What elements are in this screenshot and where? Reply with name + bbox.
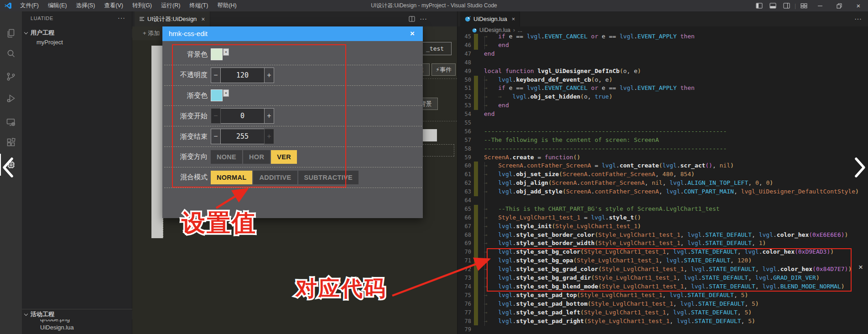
code-line[interactable]: 57--The following is the content of scre…	[457, 136, 868, 145]
code-line[interactable]: 53→end	[457, 101, 868, 110]
next-page-arrow-icon[interactable]	[854, 157, 867, 178]
code-line[interactable]: 69→lvgl.style_set_border_width(Style_Lvg…	[457, 239, 868, 248]
code-line[interactable]: 72→lvgl.style_set_bg_grad_color(Style_Lv…	[457, 265, 868, 274]
tab-uidesign-lua[interactable]: UiDesign.lua ×	[460, 11, 520, 26]
grad-start-value[interactable]: 0	[221, 108, 264, 124]
grad-end-plus-button[interactable]: +	[264, 129, 274, 144]
code-line[interactable]: 54end	[457, 110, 868, 119]
code-line[interactable]: 60→ScreenA.contFather_ScreenA = lvgl.con…	[457, 162, 868, 170]
grad-color-clear-button[interactable]: ×	[223, 89, 229, 97]
breadcrumb[interactable]: UiDesign.lua › ...	[457, 26, 868, 34]
add-widget-button[interactable]: + 添加	[143, 29, 160, 37]
code-line[interactable]: 73→lvgl.style_set_bg_grad_dir(Style_Lvgl…	[457, 274, 868, 282]
explorer-icon[interactable]	[0, 23, 22, 43]
code-line[interactable]: 67→lvgl.style_init(Style_LvglChart1_test…	[457, 222, 868, 231]
code-line[interactable]: 59ScreenA.create = function()	[457, 153, 868, 162]
opacity-plus-button[interactable]: +	[264, 68, 274, 83]
grad-end-value[interactable]: 255	[221, 129, 264, 144]
tab-ui-designer[interactable]: UI设计器:UiDesign ×	[135, 11, 210, 26]
menu-item-1[interactable]: 编辑(E)	[43, 0, 72, 11]
code-line[interactable]: 56--------------------------------------…	[457, 127, 868, 136]
tree-item-myproject[interactable]: myProject	[22, 39, 132, 47]
sidebar-more-actions-icon[interactable]: ···	[118, 14, 125, 21]
code-viewport[interactable]: 45→if e == lvgl.EVENT_CANCEL or e == lvg…	[457, 34, 868, 334]
line-number: 48	[457, 58, 471, 67]
code-line[interactable]: 75→lvgl.style_set_pad_top(Style_LvglChar…	[457, 291, 868, 300]
breadcrumb-symbol[interactable]: ...	[518, 27, 522, 33]
menu-item-7[interactable]: 帮助(H)	[213, 0, 241, 11]
code-line[interactable]: 50→lvgl.keyboard_def_event_cb(o, e)	[457, 76, 868, 84]
section-active-project[interactable]: 活动工程	[22, 310, 132, 319]
code-line[interactable]: 52→→lvgl.obj_set_hidden(o, true)	[457, 93, 868, 101]
customize-layout-icon[interactable]	[797, 0, 811, 11]
menu-item-2[interactable]: 选择(S)	[72, 0, 100, 11]
tab-close-icon[interactable]: ×	[512, 16, 515, 22]
restore-icon[interactable]	[830, 0, 849, 11]
menu-item-0[interactable]: 文件(F)	[16, 0, 43, 11]
minimize-icon[interactable]	[811, 0, 830, 11]
code-line[interactable]: 61→lvgl.obj_set_size(ScreenA.contFather_…	[457, 170, 868, 179]
source-control-icon[interactable]	[0, 67, 22, 87]
menu-item-3[interactable]: 查看(V)	[99, 0, 128, 11]
layout-sidebar-right-icon[interactable]	[780, 0, 794, 11]
split-editor-icon[interactable]	[409, 11, 415, 26]
overlay-close-icon[interactable]: ×	[858, 263, 863, 272]
code-line[interactable]: 76→lvgl.style_set_pad_bottom(Style_LvglC…	[457, 300, 868, 308]
code-line[interactable]: 55	[457, 119, 868, 127]
close-icon[interactable]: ×	[849, 0, 868, 11]
blend-mode-option-subtractive[interactable]: SUBTRACTIVE	[298, 171, 359, 184]
code-line[interactable]: 66→Style_LvglChart1_test_1 = lvgl.style_…	[457, 214, 868, 222]
code-line[interactable]: 62→lvgl.obj_align(ScreenA.contFather_Scr…	[457, 179, 868, 188]
code-line[interactable]: 63→lvgl.obj_add_style(ScreenA.contFather…	[457, 188, 868, 196]
code-line[interactable]: 47end	[457, 50, 868, 58]
run-debug-icon[interactable]	[0, 89, 22, 109]
grad-start-minus-button[interactable]: −	[211, 108, 221, 124]
code-line[interactable]: 51→if e == lvgl.EVENT_CANCEL or e == lvg…	[457, 84, 868, 93]
code-line[interactable]: 48	[457, 58, 868, 67]
menu-item-5[interactable]: 运行(R)	[156, 0, 185, 11]
dialog-title-bar[interactable]: hmk-css-edit ×	[162, 26, 423, 41]
layout-sidebar-left-icon[interactable]	[753, 0, 766, 11]
code-line[interactable]: 79	[457, 325, 868, 334]
editor-more-actions-icon[interactable]: ···	[420, 11, 427, 26]
code-line[interactable]: 68→lvgl.style_set_border_color(Style_Lvg…	[457, 231, 868, 240]
line-number: 69	[457, 239, 471, 248]
grad-dir-option-ver[interactable]: VER	[271, 150, 297, 164]
blend-mode-option-normal[interactable]: NORMAL	[211, 171, 252, 184]
prev-page-arrow-icon[interactable]	[1, 157, 14, 178]
grad-color-swatch[interactable]	[211, 89, 223, 101]
code-line[interactable]: 71→lvgl.style_set_bg_opa(Style_LvglChart…	[457, 256, 868, 265]
code-line[interactable]: 49local function lvgl_UiDesigner_DefInCb…	[457, 67, 868, 76]
extensions-icon[interactable]	[0, 132, 22, 152]
menu-item-4[interactable]: 转到(G)	[128, 0, 156, 11]
editor-more-actions-icon[interactable]: ···	[854, 11, 862, 26]
grad-dir-option-hor[interactable]: HOR	[243, 150, 270, 164]
code-line[interactable]: 46→end	[457, 41, 868, 50]
tab-close-icon[interactable]: ×	[201, 16, 205, 23]
dialog-close-icon[interactable]: ×	[406, 26, 418, 41]
breadcrumb-file[interactable]: UiDesign.lua	[479, 27, 510, 33]
code-line[interactable]: 78→lvgl.style_set_pad_right(Style_LvglCh…	[457, 317, 868, 326]
grad-end-minus-button[interactable]: −	[211, 129, 221, 144]
tab-events[interactable]: ⚡事件	[431, 63, 456, 76]
grad-start-plus-button[interactable]: +	[264, 108, 274, 124]
grad-dir-option-none[interactable]: NONE	[211, 150, 242, 164]
menu-item-6[interactable]: 终端(T)	[185, 0, 213, 11]
layout-panel-icon[interactable]	[766, 0, 780, 11]
tree-item-uidesign-lua[interactable]: UiDesign.lua	[22, 324, 132, 332]
section-user-project[interactable]: 用户工程	[22, 29, 132, 38]
code-line[interactable]: 58--------------------------------------…	[457, 145, 868, 153]
opacity-minus-button[interactable]: −	[211, 68, 221, 83]
bg-color-clear-button[interactable]: ×	[223, 48, 229, 56]
code-line[interactable]: 65→--This is the CHART_PART_BG's style o…	[457, 205, 868, 214]
code-line[interactable]: 45→if e == lvgl.EVENT_CANCEL or e == lvg…	[457, 34, 868, 41]
bg-color-swatch[interactable]	[211, 48, 223, 60]
code-line[interactable]: 64	[457, 196, 868, 205]
opacity-value[interactable]: 120	[221, 68, 264, 83]
search-icon[interactable]	[0, 44, 22, 64]
code-line[interactable]: 74→lvgl.style_set_bg_blend_mode(Style_Lv…	[457, 282, 868, 291]
remote-explorer-icon[interactable]	[0, 112, 22, 132]
blend-mode-option-additive[interactable]: ADDITIVE	[253, 171, 297, 184]
code-line[interactable]: 70→lvgl.style_set_bg_color(Style_LvglCha…	[457, 248, 868, 256]
code-line[interactable]: 77→lvgl.style_set_pad_left(Style_LvglCha…	[457, 308, 868, 317]
